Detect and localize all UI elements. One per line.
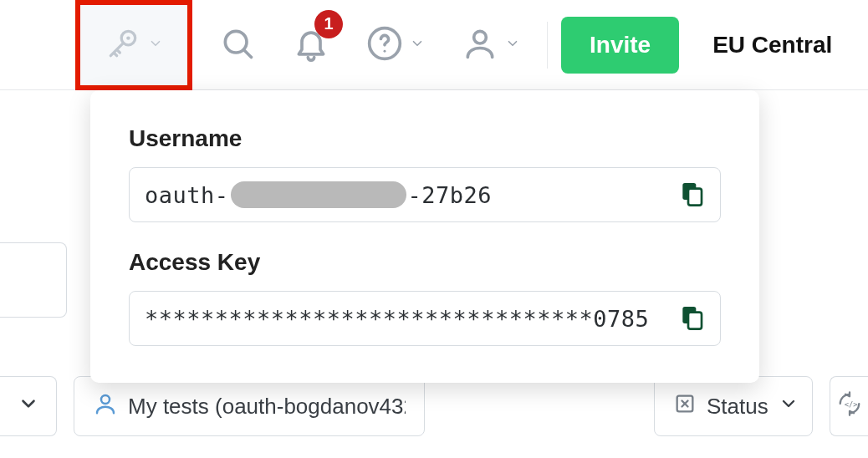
search-button[interactable] xyxy=(201,20,274,70)
tests-filter-label: My tests (oauth-bogdanov4320-27b26) xyxy=(128,394,406,420)
chevron-down-icon xyxy=(779,394,799,420)
credentials-dropdown-panel: Username oauth- -27b26 Access Key ******… xyxy=(90,90,759,383)
user-icon xyxy=(462,25,498,65)
chevron-down-icon xyxy=(410,36,425,54)
svg-line-3 xyxy=(244,49,252,57)
svg-text:</>: </> xyxy=(844,399,857,408)
username-suffix: -27b26 xyxy=(408,182,493,208)
region-selector[interactable]: EU Central xyxy=(712,32,832,59)
svg-point-11 xyxy=(101,395,110,404)
bottom-filter-row: My tests (oauth-bogdanov4320-27b26) Stat… xyxy=(0,376,868,436)
background-panel-fragment xyxy=(0,242,67,318)
top-toolbar: 1 Invite EU Central xyxy=(0,0,868,90)
invite-button[interactable]: Invite xyxy=(561,17,679,74)
chevron-down-icon xyxy=(148,36,163,54)
user-outline-icon xyxy=(93,391,118,422)
status-icon xyxy=(673,392,697,421)
copy-accesskey-button[interactable] xyxy=(678,303,705,333)
key-icon xyxy=(105,25,141,65)
svg-rect-10 xyxy=(688,313,702,329)
accesskey-label: Access Key xyxy=(129,249,721,276)
svg-point-6 xyxy=(474,31,487,43)
notifications-button[interactable]: 1 xyxy=(274,20,348,70)
account-dropdown[interactable] xyxy=(443,20,539,70)
copy-icon xyxy=(678,303,705,333)
credentials-dropdown-trigger[interactable] xyxy=(75,0,192,90)
filter-chevron-button[interactable] xyxy=(0,376,57,436)
accesskey-field-row: ********************************0785 xyxy=(129,291,721,346)
status-filter[interactable]: Status xyxy=(654,376,813,436)
code-refresh-icon: </> xyxy=(837,391,862,422)
copy-username-button[interactable] xyxy=(678,180,705,210)
help-icon xyxy=(366,25,403,65)
code-filter-button[interactable]: </> xyxy=(830,376,868,436)
search-icon xyxy=(219,25,256,65)
username-group: Username oauth- -27b26 xyxy=(129,125,721,222)
svg-point-1 xyxy=(126,36,130,39)
username-prefix: oauth- xyxy=(145,182,229,208)
tests-filter[interactable]: My tests (oauth-bogdanov4320-27b26) xyxy=(74,376,425,436)
svg-rect-8 xyxy=(688,189,702,206)
username-label: Username xyxy=(129,125,721,152)
chevron-down-icon xyxy=(18,393,39,420)
divider xyxy=(547,22,548,69)
username-value: oauth- -27b26 xyxy=(145,181,671,208)
accesskey-group: Access Key *****************************… xyxy=(129,249,721,346)
accesskey-value: ********************************0785 xyxy=(145,306,671,332)
notification-badge: 1 xyxy=(314,10,343,38)
help-dropdown[interactable] xyxy=(348,20,443,70)
svg-point-5 xyxy=(384,49,386,52)
username-field-row: oauth- -27b26 xyxy=(129,167,721,222)
copy-icon xyxy=(678,180,705,210)
status-filter-label: Status xyxy=(707,394,768,420)
redacted-segment xyxy=(231,181,406,208)
chevron-down-icon xyxy=(505,36,520,54)
spacer xyxy=(442,376,637,436)
